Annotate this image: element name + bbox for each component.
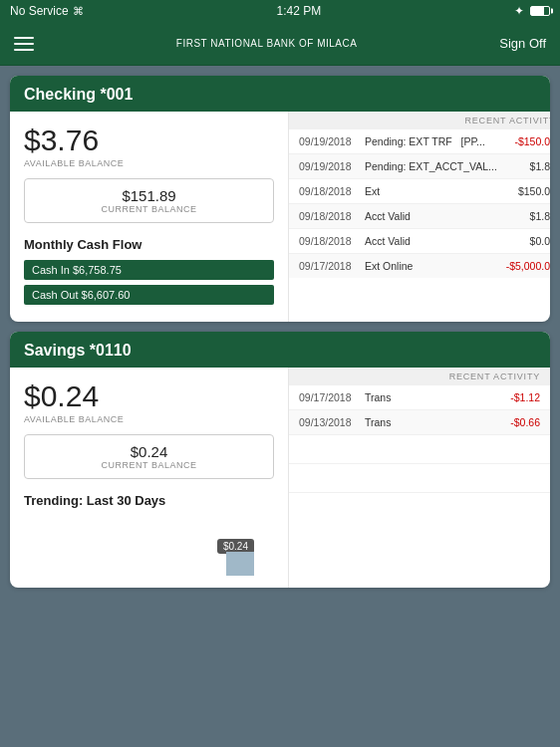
savings-available-amount: $0.24 [24, 379, 274, 412]
table-row: 09/17/2018 Ext Online -$5,000.00 [289, 254, 550, 278]
table-row: 09/17/2018 Trans -$1.12 [289, 385, 550, 410]
checking-right: RECENT ACTIVITY 09/19/2018 Pending: EXT … [289, 112, 550, 322]
bank-name: FIRST NATIONAL BANK OF MILACA [176, 38, 358, 49]
checking-available-amount: $3.76 [24, 124, 274, 156]
cash-in-bar: Cash In $6,758.75 [24, 260, 274, 280]
chart-bar [226, 552, 254, 576]
savings-current-amount: $0.24 [33, 443, 265, 460]
tx-amount: $0.04 [501, 235, 550, 247]
bluetooth-icon: ✦ [514, 4, 524, 18]
nav-bar: FIRST NATIONAL BANK OF MILACA Sign Off [0, 22, 560, 66]
sign-off-button[interactable]: Sign Off [499, 36, 546, 51]
tx-desc: Acct Valid [361, 210, 501, 222]
battery-icon [530, 6, 550, 16]
checking-left: $3.76 AVAILABLE BALANCE $151.89 CURRENT … [10, 112, 289, 322]
cash-in-label: Cash In $6,758.75 [24, 260, 274, 280]
tx-desc: Ext [361, 185, 501, 197]
tx-desc: Pending: EXT TRF [PP... [361, 135, 501, 147]
tx-amount: $150.00 [501, 185, 550, 197]
tx-date: 09/19/2018 [299, 135, 361, 147]
tx-amount: -$1.12 [485, 391, 540, 403]
savings-account-card: Savings *0110 $0.24 AVAILABLE BALANCE $0… [10, 332, 550, 588]
savings-current-box: $0.24 CURRENT BALANCE [24, 434, 274, 479]
tx-date: 09/18/2018 [299, 235, 361, 247]
tx-date: 09/18/2018 [299, 210, 361, 222]
tx-amount: $1.87 [501, 160, 550, 172]
table-row: 09/18/2018 Ext $150.00 [289, 179, 550, 204]
menu-button[interactable] [14, 37, 34, 51]
checking-current-label: CURRENT BALANCE [33, 204, 265, 214]
savings-left: $0.24 AVAILABLE BALANCE $0.24 CURRENT BA… [10, 368, 289, 588]
savings-right: RECENT ACTIVITY 09/17/2018 Trans -$1.12 … [289, 368, 550, 588]
status-right: ✦ [514, 4, 550, 18]
tx-desc: Trans [361, 416, 485, 428]
tx-desc: Trans [361, 391, 485, 403]
table-row [289, 493, 550, 522]
monthly-cashflow-title: Monthly Cash Flow [24, 237, 274, 252]
checking-activity-header: RECENT ACTIVITY [289, 112, 550, 129]
checking-current-amount: $151.89 [33, 187, 265, 204]
savings-header: Savings *0110 [10, 332, 550, 368]
table-row: 09/19/2018 Pending: EXT TRF [PP... -$150… [289, 129, 550, 154]
checking-body: $3.76 AVAILABLE BALANCE $151.89 CURRENT … [10, 112, 550, 322]
wifi-icon: ⌘ [73, 5, 84, 18]
tx-date: 09/17/2018 [299, 260, 361, 272]
status-bar: No Service ⌘ 1:42 PM ✦ [0, 0, 560, 22]
tx-amount: $1.85 [501, 210, 550, 222]
savings-body: $0.24 AVAILABLE BALANCE $0.24 CURRENT BA… [10, 368, 550, 588]
cash-out-label: Cash Out $6,607.60 [24, 285, 274, 305]
savings-activity-header: RECENT ACTIVITY [289, 368, 550, 385]
tx-desc: Pending: EXT_ACCT_VAL... [361, 160, 501, 172]
tx-amount: -$0.66 [485, 416, 540, 428]
table-row: 09/18/2018 Acct Valid $0.04 [289, 229, 550, 254]
main-content: Checking *001 $3.76 AVAILABLE BALANCE $1… [0, 66, 560, 747]
tx-date: 09/19/2018 [299, 160, 361, 172]
savings-available-label: AVAILABLE BALANCE [24, 414, 274, 424]
table-row: 09/13/2018 Trans -$0.66 [289, 410, 550, 435]
savings-current-label: CURRENT BALANCE [33, 460, 265, 470]
tx-amount: -$150.00 [501, 135, 550, 147]
cash-out-bar: Cash Out $6,607.60 [24, 285, 274, 305]
table-row: 09/18/2018 Acct Valid $1.85 [289, 204, 550, 229]
status-left: No Service ⌘ [10, 4, 84, 18]
table-row: 09/19/2018 Pending: EXT_ACCT_VAL... $1.8… [289, 154, 550, 179]
checking-header: Checking *001 [10, 76, 550, 112]
service-label: No Service [10, 4, 69, 18]
checking-available-label: AVAILABLE BALANCE [24, 158, 274, 168]
savings-chart: $0.24 [24, 516, 274, 576]
tx-date: 09/18/2018 [299, 185, 361, 197]
tx-date: 09/17/2018 [299, 391, 361, 403]
table-row [289, 435, 550, 464]
trending-title: Trending: Last 30 Days [24, 493, 274, 508]
tx-amount: -$5,000.00 [501, 260, 550, 272]
tx-desc: Acct Valid [361, 235, 501, 247]
checking-current-box: $151.89 CURRENT BALANCE [24, 178, 274, 223]
tx-date: 09/13/2018 [299, 416, 361, 428]
savings-title: Savings *0110 [24, 342, 536, 360]
checking-account-card: Checking *001 $3.76 AVAILABLE BALANCE $1… [10, 76, 550, 322]
checking-title: Checking *001 [24, 86, 536, 104]
table-row [289, 464, 550, 493]
tx-desc: Ext Online [361, 260, 501, 272]
status-time: 1:42 PM [276, 4, 321, 18]
